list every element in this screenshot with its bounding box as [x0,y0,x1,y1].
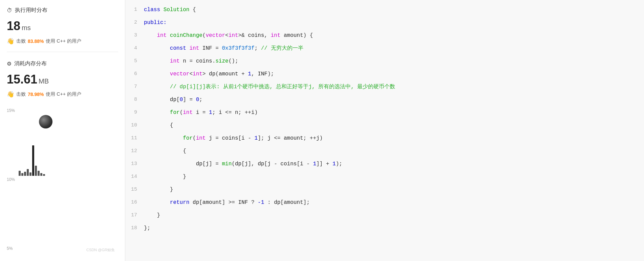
line-content-9: for(int i = 1; i <= n; ++i) [144,106,644,119]
code-line-3: 3 int coinChange(vector<int>& coins, int… [125,29,644,42]
bar-peak [32,145,34,176]
code-line-1: 1 class Solution { [125,3,644,16]
chart-label-15: 15% [7,108,15,113]
line-content-14: } [144,170,644,183]
bar-4 [27,169,29,176]
time-value-display: 18ms [7,19,118,33]
chart-area: 15% 10% 5% CSDN @GR鲸鱼 [7,108,118,254]
time-title-label: 执行用时分布 [15,7,47,14]
memory-title-label: 消耗内存分布 [14,60,47,67]
hand-icon-time: 👋 [7,38,14,45]
line-num-4: 4 [125,42,144,55]
line-num-17: 17 [125,209,144,222]
code-line-2: 2 public: [125,16,644,29]
line-content-16: return dp[amount] >= INF ? -1 : dp[amoun… [144,196,644,209]
code-line-18: 18 }; [125,222,644,235]
line-content-15: } [144,183,644,196]
time-defeat-prefix: 击败 [16,38,26,44]
code-line-8: 8 dp[0] = 0; [125,93,644,106]
memory-defeat-percent: 78.98% [28,92,44,97]
chart-label-5: 5% [7,246,15,251]
line-content-18: }; [144,222,644,235]
memory-defeat-prefix: 击败 [16,91,26,97]
code-line-7: 7 // dp[i][j]表示: 从前i个硬币中挑选, 总和正好等于j, 所有的… [125,80,644,93]
line-num-8: 8 [125,93,144,106]
line-num-6: 6 [125,68,144,80]
bar-3 [24,172,26,176]
code-line-16: 16 return dp[amount] >= INF ? -1 : dp[am… [125,196,644,209]
section-divider [7,52,118,52]
bar-7 [35,166,37,176]
line-content-7: // dp[i][j]表示: 从前i个硬币中挑选, 总和正好等于j, 所有的选法… [144,80,644,93]
line-num-11: 11 [125,132,144,145]
right-panel[interactable]: 1 class Solution { 2 public: 3 int coinC… [125,0,644,261]
code-line-13: 13 dp[j] = min(dp[j], dp[j - coins[i - 1… [125,158,644,170]
code-line-6: 6 vector<int> dp(amount + 1, INF); [125,68,644,80]
code-line-10: 10 { [125,119,644,132]
line-num-2: 2 [125,16,144,29]
line-num-7: 7 [125,80,144,93]
bar-10 [43,174,45,176]
line-num-10: 10 [125,119,144,132]
memory-value-display: 15.61MB [7,73,118,86]
bar-2 [21,173,23,176]
line-content-17: } [144,209,644,222]
time-defeat-percent: 83.88% [28,39,44,44]
line-content-2: public: [144,16,644,29]
line-num-18: 18 [125,222,144,235]
bar-5 [29,172,31,176]
line-content-8: dp[0] = 0; [144,93,644,106]
line-content-1: class Solution { [144,3,644,16]
bar-9 [40,173,42,176]
memory-number: 15.61 [7,72,37,86]
code-container: 1 class Solution { 2 public: 3 int coinC… [125,0,644,238]
line-content-12: { [144,145,644,158]
line-content-6: vector<int> dp(amount + 1, INF); [144,68,644,80]
line-num-15: 15 [125,183,144,196]
line-num-3: 3 [125,29,144,42]
left-panel: ⏱ 执行用时分布 18ms 👋 击败 83.88% 使用 C++ 的用户 ⚙ 消… [0,0,125,261]
line-num-5: 5 [125,55,144,68]
memory-section-title: ⚙ 消耗内存分布 [7,60,118,67]
code-line-17: 17 } [125,209,644,222]
code-line-15: 15 } [125,183,644,196]
time-defeat-suffix: 使用 C++ 的用户 [46,38,81,44]
time-number: 18 [7,19,20,33]
line-content-10: { [144,119,644,132]
memory-icon: ⚙ [7,61,12,67]
line-num-13: 13 [125,158,144,170]
watermark: CSDN @GR鲸鱼 [86,247,115,253]
line-content-3: int coinChange(vector<int>& coins, int a… [144,29,644,42]
line-num-1: 1 [125,3,144,16]
line-num-9: 9 [125,106,144,119]
code-line-14: 14 } [125,170,644,183]
time-section-title: ⏱ 执行用时分布 [7,7,118,14]
memory-defeat-suffix: 使用 C++ 的用户 [46,91,81,97]
bar-1 [19,171,21,176]
memory-unit-label: MB [39,77,49,85]
line-num-14: 14 [125,170,144,183]
clock-icon: ⏱ [7,7,12,14]
bar-8 [38,171,40,176]
time-defeat-line: 👋 击败 83.88% 使用 C++ 的用户 [7,38,118,45]
code-line-4: 4 const int INF = 0x3f3f3f3f; // 无穷大的一半 [125,42,644,55]
line-content-11: for(int j = coins[i - 1]; j <= amount; +… [144,132,644,145]
time-unit-label: ms [22,24,31,31]
line-content-13: dp[j] = min(dp[j], dp[j - coins[i - 1]] … [144,158,644,170]
line-num-12: 12 [125,145,144,158]
code-line-12: 12 { [125,145,644,158]
line-content-5: int n = coins.size(); [144,55,644,68]
code-line-11: 11 for(int j = coins[i - 1]; j <= amount… [125,132,644,145]
line-num-16: 16 [125,196,144,209]
memory-defeat-line: 👋 击败 78.98% 使用 C++ 的用户 [7,91,118,98]
code-line-5: 5 int n = coins.size(); [125,55,644,68]
hand-icon-memory: 👋 [7,91,14,98]
code-line-9: 9 for(int i = 1; i <= n; ++i) [125,106,644,119]
chart-label-10: 10% [7,177,15,182]
chart-labels: 15% 10% 5% [7,108,15,254]
line-content-4: const int INF = 0x3f3f3f3f; // 无穷大的一半 [144,42,644,55]
